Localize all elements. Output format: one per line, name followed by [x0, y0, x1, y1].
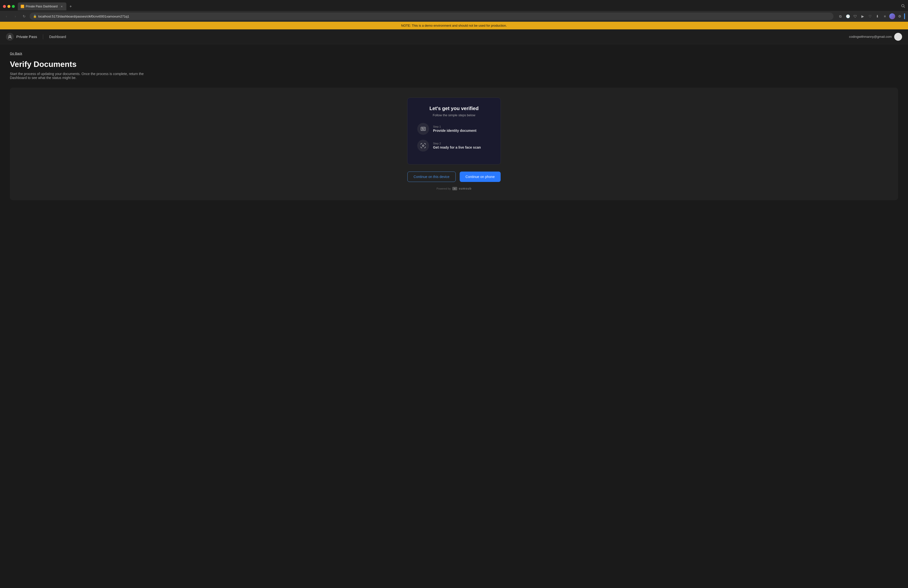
- svg-point-0: [902, 5, 904, 7]
- download-icon[interactable]: ⬇: [874, 13, 881, 19]
- powered-by-label: Powered by: [436, 187, 451, 190]
- step2-item: Step 2 Get ready for a live face scan: [417, 140, 491, 151]
- step1-icon: [417, 123, 429, 135]
- menu-icon[interactable]: ≡: [882, 13, 888, 19]
- play-icon[interactable]: ▶: [860, 13, 866, 19]
- lock-icon: 🔒: [33, 14, 37, 18]
- demo-banner-text: NOTE: This is a demo environment and sho…: [401, 24, 507, 27]
- svg-line-1: [904, 6, 905, 8]
- step1-label: Step 1: [433, 125, 477, 128]
- forward-button[interactable]: ›: [12, 13, 19, 20]
- verify-card-subtitle: Follow the simple steps below: [417, 113, 491, 117]
- browser-chrome: 🔑 Private Pass Dashboard ✕ + ‹ › ↻ 🔒 loc…: [0, 0, 908, 22]
- svg-point-4: [422, 128, 423, 129]
- app-name: Private Pass: [16, 35, 37, 39]
- new-tab-button[interactable]: +: [68, 3, 74, 10]
- extensions-icon[interactable]: ⧉: [837, 13, 844, 19]
- logo-area: Private Pass Dashboard: [6, 33, 66, 41]
- minimize-button[interactable]: [7, 5, 10, 8]
- user-avatar[interactable]: [894, 33, 902, 41]
- close-button[interactable]: [3, 5, 6, 8]
- blue-accent-bar: [904, 13, 905, 19]
- face-scan-icon: [420, 143, 426, 148]
- search-icon[interactable]: [901, 4, 905, 9]
- continue-device-button[interactable]: Continue on this device: [407, 172, 456, 182]
- refresh-button[interactable]: ↻: [21, 13, 27, 20]
- demo-banner: NOTE: This is a demo environment and sho…: [0, 22, 908, 29]
- verify-card-title: Let's get you verified: [417, 106, 491, 111]
- main-content: Go Back Verify Documents Start the proce…: [0, 44, 908, 588]
- user-icon[interactable]: [889, 13, 895, 19]
- step2-info: Step 2 Get ready for a live face scan: [433, 142, 481, 149]
- powered-by: Powered by S sumsub: [436, 187, 472, 190]
- tab-title: Private Pass Dashboard: [26, 5, 58, 8]
- sumsub-icon: S: [452, 187, 457, 190]
- app-header: Private Pass Dashboard codingwithmanny@g…: [0, 29, 908, 44]
- verify-card: Let's get you verified Follow the simple…: [407, 98, 501, 165]
- tab-close-button[interactable]: ✕: [60, 5, 63, 8]
- user-email: codingwithmanny@gmail.com: [849, 35, 892, 39]
- step2-icon: [417, 140, 429, 151]
- logo-icon: [6, 33, 14, 41]
- profile-avatar: [889, 13, 895, 19]
- address-field[interactable]: 🔒 localhost:5173/dashboard/passes/clkf0c…: [30, 13, 834, 20]
- step2-name: Get ready for a live face scan: [433, 145, 481, 149]
- step1-item: Step 1 Provide identity document: [417, 123, 491, 135]
- tab-bar: 🔑 Private Pass Dashboard ✕ +: [0, 0, 908, 11]
- heart-icon[interactable]: ♡: [867, 13, 873, 19]
- browser-tab[interactable]: 🔑 Private Pass Dashboard ✕: [18, 2, 66, 10]
- buttons-row: Continue on this device Continue on phon…: [407, 172, 501, 182]
- page-subtitle: Start the process of updating your docum…: [10, 72, 158, 80]
- address-bar-row: ‹ › ↻ 🔒 localhost:5173/dashboard/passes/…: [0, 11, 908, 22]
- step1-info: Step 1 Provide identity document: [433, 125, 477, 132]
- back-button[interactable]: ‹: [3, 13, 10, 20]
- shield-icon[interactable]: 🛡: [852, 13, 858, 19]
- page-title: Verify Documents: [10, 60, 898, 69]
- verify-container: Let's get you verified Follow the simple…: [10, 88, 898, 200]
- svg-rect-3: [421, 127, 425, 130]
- clock-icon[interactable]: 🕐: [845, 13, 851, 19]
- nav-dashboard[interactable]: Dashboard: [49, 35, 66, 39]
- settings-icon[interactable]: ⚙: [897, 13, 903, 19]
- traffic-lights: [3, 5, 15, 8]
- user-area: codingwithmanny@gmail.com: [849, 33, 902, 41]
- tab-favicon: 🔑: [21, 5, 24, 8]
- identity-document-icon: [420, 126, 426, 132]
- go-back-link[interactable]: Go Back: [10, 52, 22, 55]
- step1-name: Provide identity document: [433, 129, 477, 132]
- continue-phone-button[interactable]: Continue on phone: [460, 172, 501, 182]
- step2-label: Step 2: [433, 142, 481, 145]
- fullscreen-button[interactable]: [12, 5, 15, 8]
- url-text: localhost:5173/dashboard/passes/clkf0cnv…: [38, 14, 129, 18]
- toolbar-icons: ⧉ 🕐 🛡 ▶ ♡ ⬇ ≡ ⚙: [837, 13, 905, 19]
- sumsub-brand: sumsub: [459, 187, 472, 190]
